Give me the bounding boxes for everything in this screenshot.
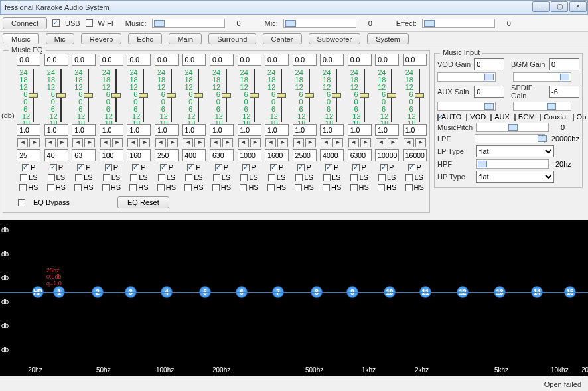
eq-p-checkbox[interactable]	[242, 164, 250, 171]
eq-fader[interactable]	[194, 69, 203, 122]
bgm-gain-value[interactable]: 0	[549, 58, 579, 70]
eq-p-checkbox[interactable]	[105, 164, 112, 171]
eq-q-input[interactable]: 1.0	[238, 124, 261, 136]
eq-step-up[interactable]: ►	[222, 138, 233, 147]
eq-hs-checkbox[interactable]	[378, 184, 385, 191]
eq-ls-checkbox[interactable]	[213, 174, 220, 181]
eq-fader[interactable]	[84, 69, 93, 122]
eq-ls-checkbox[interactable]	[158, 174, 165, 181]
eq-hz-input[interactable]: 100	[100, 149, 123, 161]
eq-q-input[interactable]: 1.0	[127, 124, 151, 136]
eq-hs-checkbox[interactable]	[267, 184, 275, 191]
eq-db-input[interactable]: 0.0	[100, 54, 123, 66]
aux-gain-value[interactable]: 0	[474, 86, 504, 98]
eq-db-input[interactable]: 0.0	[210, 54, 234, 66]
eq-q-input[interactable]: 1.0	[265, 124, 289, 136]
eq-step-down[interactable]: ◄	[100, 138, 111, 147]
eq-step-down[interactable]: ◄	[293, 138, 304, 147]
music-gain-slider[interactable]	[152, 19, 225, 28]
eq-step-down[interactable]: ◄	[238, 138, 249, 147]
eq-q-input[interactable]: 1.0	[403, 124, 427, 136]
eq-hs-checkbox[interactable]	[240, 184, 247, 191]
eq-hz-input[interactable]: 4000	[320, 149, 344, 161]
eq-db-input[interactable]: 0.0	[44, 54, 68, 66]
eq-hz-input[interactable]: 25	[17, 149, 40, 161]
tab-echo[interactable]: Echo	[128, 33, 162, 44]
eq-hz-input[interactable]: 10000	[375, 149, 399, 161]
eq-step-up[interactable]: ►	[360, 138, 371, 147]
eq-step-up[interactable]: ►	[305, 138, 316, 147]
eq-fader[interactable]	[305, 69, 314, 122]
hpf-slider[interactable]	[476, 159, 549, 169]
eq-p-checkbox[interactable]	[408, 164, 415, 171]
tab-surround[interactable]: Surround	[208, 33, 256, 44]
eq-db-input[interactable]: 0.0	[238, 54, 261, 66]
eq-fader[interactable]	[29, 69, 38, 122]
hptype-select[interactable]: flat	[476, 171, 554, 183]
eq-q-input[interactable]: 1.0	[100, 124, 123, 136]
eq-db-input[interactable]: 0.0	[182, 54, 206, 66]
eq-q-input[interactable]: 1.0	[293, 124, 317, 136]
eq-db-input[interactable]: 0.0	[348, 54, 372, 66]
usb-checkbox[interactable]	[52, 19, 60, 27]
eq-p-checkbox[interactable]	[297, 164, 305, 171]
eq-hz-input[interactable]: 16000	[403, 149, 427, 161]
eq-step-down[interactable]: ◄	[321, 138, 331, 147]
eq-hz-input[interactable]: 1600	[265, 149, 289, 161]
eq-step-up[interactable]: ►	[167, 138, 178, 147]
eq-hs-checkbox[interactable]	[47, 184, 54, 191]
eq-ls-checkbox[interactable]	[48, 174, 55, 181]
eq-ls-checkbox[interactable]	[103, 174, 110, 181]
eq-hs-checkbox[interactable]	[157, 184, 165, 191]
tab-system[interactable]: System	[367, 33, 409, 44]
eq-step-up[interactable]: ►	[415, 138, 426, 147]
eq-p-checkbox[interactable]	[132, 164, 139, 171]
eq-ls-checkbox[interactable]	[405, 174, 413, 181]
eq-hz-input[interactable]: 250	[155, 149, 179, 161]
wifi-checkbox[interactable]	[86, 19, 93, 27]
eq-step-down[interactable]: ◄	[72, 138, 83, 147]
eq-ls-checkbox[interactable]	[75, 174, 82, 181]
eq-fader[interactable]	[332, 69, 341, 122]
eq-q-input[interactable]: 1.0	[375, 124, 399, 136]
bgm-gain-slider[interactable]	[513, 72, 571, 82]
source-aux-checkbox[interactable]	[490, 114, 492, 121]
eq-hz-input[interactable]: 400	[182, 149, 206, 161]
eq-ls-checkbox[interactable]	[350, 174, 358, 181]
eq-q-input[interactable]: 1.0	[44, 124, 68, 136]
tab-mic[interactable]: Mic	[46, 33, 74, 44]
eq-db-input[interactable]: 0.0	[72, 54, 96, 66]
eq-db-input[interactable]: 0.0	[403, 54, 427, 66]
eq-fader[interactable]	[415, 69, 424, 122]
eq-p-checkbox[interactable]	[50, 164, 57, 171]
eq-q-input[interactable]: 1.0	[72, 124, 96, 136]
eq-p-checkbox[interactable]	[22, 164, 29, 171]
eq-step-up[interactable]: ►	[250, 138, 261, 147]
eq-q-input[interactable]: 1.0	[17, 124, 40, 136]
spdif-gain-slider[interactable]	[513, 102, 571, 111]
eq-hz-input[interactable]: 2500	[293, 149, 317, 161]
eq-p-checkbox[interactable]	[325, 164, 332, 171]
mic-gain-slider[interactable]	[283, 19, 356, 28]
lptype-select[interactable]: flat	[476, 145, 554, 157]
source-coaxial-checkbox[interactable]	[540, 114, 541, 121]
tab-music[interactable]: Music	[3, 33, 39, 44]
eq-ls-checkbox[interactable]	[185, 174, 192, 181]
eq-db-input[interactable]: 0.0	[265, 54, 289, 66]
eq-db-input[interactable]: 0.0	[127, 54, 151, 66]
source-optica-checkbox[interactable]	[573, 114, 574, 121]
eq-fader[interactable]	[222, 69, 231, 122]
source-vod-checkbox[interactable]	[466, 114, 467, 121]
eq-q-input[interactable]: 1.0	[320, 124, 344, 136]
eq-ls-checkbox[interactable]	[295, 174, 303, 181]
eq-ls-checkbox[interactable]	[378, 174, 386, 181]
eq-p-checkbox[interactable]	[380, 164, 388, 171]
eq-hz-input[interactable]: 63	[72, 149, 96, 161]
eq-fader[interactable]	[167, 69, 176, 122]
eq-hz-input[interactable]: 40	[44, 149, 68, 161]
eq-graph[interactable]: 25hz 0.0db q=1.0 dbdbdbdbdbdb20hz50hz100…	[0, 220, 588, 376]
eq-ls-checkbox[interactable]	[323, 174, 331, 181]
eq-p-checkbox[interactable]	[77, 164, 84, 171]
maximize-button[interactable]: ▢	[551, 1, 568, 12]
eq-step-up[interactable]: ►	[194, 138, 205, 147]
